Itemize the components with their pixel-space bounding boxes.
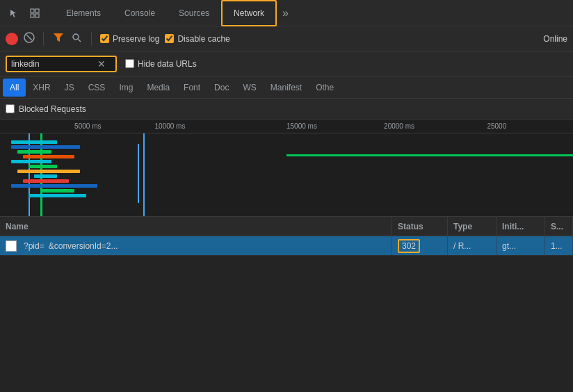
stop-button[interactable] — [24, 32, 35, 46]
column-header-size: S... — [545, 217, 573, 236]
svg-rect-3 — [35, 14, 39, 17]
separator-1 — [43, 32, 44, 46]
separator-2 — [91, 32, 92, 46]
type-filter-img[interactable]: Img — [112, 79, 140, 97]
search-input[interactable] — [11, 59, 95, 69]
filter-row: ✕ Hide data URLs — [0, 51, 573, 76]
svg-line-5 — [26, 35, 32, 40]
svg-point-7 — [73, 34, 79, 40]
bar-12 — [29, 194, 86, 197]
type-filter-font[interactable]: Font — [177, 79, 207, 97]
column-header-name: Name — [0, 217, 392, 236]
svg-rect-0 — [31, 9, 34, 13]
disable-cache-checkbox-label[interactable]: Disable cache — [165, 34, 229, 44]
type-filter-ws[interactable]: WS — [236, 79, 263, 97]
tab-console[interactable]: Console — [113, 0, 167, 26]
blocked-requests-row: Blocked Requests — [0, 99, 573, 120]
bar-3 — [17, 150, 51, 154]
bar-5 — [11, 160, 51, 163]
type-filter-doc[interactable]: Doc — [207, 79, 236, 97]
row-name: ?pid= &conversionId=2... — [0, 236, 392, 255]
tab-sources[interactable]: Sources — [167, 0, 221, 26]
type-filter-all[interactable]: All — [3, 79, 26, 97]
blocked-requests-label: Blocked Requests — [19, 104, 86, 114]
svg-line-8 — [79, 40, 81, 42]
cursor-icon[interactable] — [6, 5, 22, 22]
blue-vline-2 — [138, 144, 139, 203]
tab-network[interactable]: Network — [221, 0, 277, 26]
bar-6 — [29, 165, 57, 168]
bar-2 — [11, 145, 80, 149]
bar-7 — [17, 170, 81, 173]
preserve-log-checkbox[interactable] — [100, 34, 109, 43]
row-size: 1... — [545, 236, 573, 255]
tab-elements[interactable]: Elements — [54, 0, 113, 26]
preserve-log-checkbox-label[interactable]: Preserve log — [100, 34, 159, 44]
ruler-mark-25000: 25000 — [487, 122, 506, 130]
blocked-requests-checkbox[interactable] — [6, 104, 15, 113]
secondary-line — [143, 133, 145, 217]
timeline-area: 5000 ms 10000 ms 15000 ms 20000 ms 25000 — [0, 120, 573, 217]
tab-items: Elements Console Sources Network » — [54, 0, 567, 26]
online-label: Online — [543, 34, 567, 44]
requests-table: Name Status Type Initi... S... ?pid= &co… — [0, 217, 573, 256]
clear-search-button[interactable]: ✕ — [97, 58, 106, 70]
network-toolbar: Preserve log Disable cache Online — [0, 26, 573, 51]
bar-11 — [40, 189, 74, 193]
bar-9 — [23, 179, 69, 183]
type-filter-xhr[interactable]: XHR — [26, 79, 57, 97]
type-filter-js[interactable]: JS — [58, 79, 81, 97]
long-request-bar — [286, 154, 573, 156]
svg-marker-6 — [54, 33, 63, 42]
status-badge: 302 — [398, 239, 420, 253]
column-header-type: Type — [448, 217, 497, 236]
tab-bar: Elements Console Sources Network » — [0, 0, 573, 26]
bar-1 — [11, 140, 57, 144]
disable-cache-checkbox[interactable] — [165, 34, 174, 43]
row-checkbox — [6, 240, 17, 252]
ruler-mark-10000: 10000 ms — [154, 122, 185, 130]
tab-more-button[interactable]: » — [277, 7, 294, 19]
column-header-status: Status — [392, 217, 448, 236]
timeline-content — [0, 133, 573, 217]
ruler-mark-5000: 5000 ms — [74, 122, 101, 130]
svg-rect-1 — [35, 9, 39, 13]
search-box: ✕ — [6, 56, 117, 72]
ruler-mark-15000: 15000 ms — [286, 122, 317, 130]
type-filter-row: All XHR JS CSS Img Media Font Doc WS Man… — [0, 76, 573, 99]
column-header-initiator: Initi... — [497, 217, 545, 236]
type-filter-media[interactable]: Media — [140, 79, 177, 97]
table-row[interactable]: ?pid= &conversionId=2... 302 / R... gt..… — [0, 236, 573, 256]
row-status: 302 — [392, 236, 448, 255]
devtools-icons — [6, 5, 43, 22]
search-icon[interactable] — [70, 31, 83, 46]
hide-data-urls-checkbox[interactable] — [125, 59, 134, 68]
svg-rect-2 — [31, 14, 34, 17]
type-filter-css[interactable]: CSS — [81, 79, 113, 97]
ruler-mark-20000: 20000 ms — [384, 122, 414, 130]
type-filter-manifest[interactable]: Manifest — [264, 79, 309, 97]
record-button[interactable] — [6, 33, 18, 45]
bar-4 — [23, 155, 74, 158]
bar-10 — [11, 184, 97, 188]
hide-data-urls-label[interactable]: Hide data URLs — [125, 59, 197, 69]
row-initiator: gt... — [497, 236, 545, 255]
inspect-icon[interactable] — [26, 5, 43, 22]
timeline-ruler: 5000 ms 10000 ms 15000 ms 20000 ms 25000 — [0, 120, 573, 133]
type-filter-other[interactable]: Othe — [309, 79, 341, 97]
bar-8 — [34, 174, 57, 178]
row-type: / R... — [448, 236, 497, 255]
table-header: Name Status Type Initi... S... — [0, 217, 573, 236]
filter-icon[interactable] — [52, 31, 65, 46]
